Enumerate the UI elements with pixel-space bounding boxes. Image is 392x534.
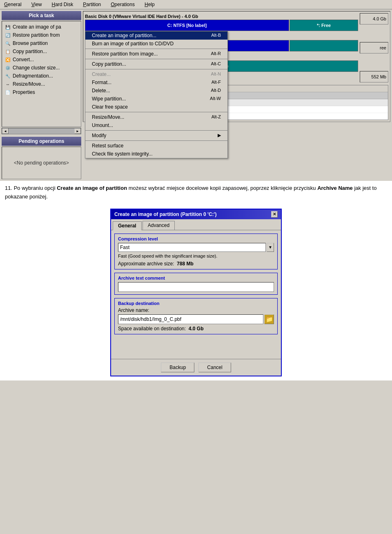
compression-dropdown-btn[interactable]: ▼ — [267, 243, 274, 252]
compression-group: Compression level ▼ Fast (Good speed wit… — [114, 234, 278, 269]
dialog-title: Create an image of partition (Partition … — [114, 211, 216, 217]
scroll-right-btn[interactable]: ► — [74, 128, 81, 134]
dropdown-umount-label: Umount... — [92, 122, 113, 128]
dialog-title-bar: Create an image of partition (Partition … — [111, 209, 281, 219]
backup-button[interactable]: Backup — [161, 363, 194, 372]
disk0-area: Basic Disk 0 (VMware Virtual IDE Hard Dr… — [83, 11, 390, 122]
comment-group: Archive text comment — [114, 273, 278, 295]
dropdown-clear-free-label: Clear free space — [92, 104, 128, 110]
dropdown-restore-label: Restore partition from image... — [92, 51, 158, 57]
right-panel: Basic Disk 0 (VMware Virtual IDE Hard Dr… — [83, 11, 390, 179]
dropdown-wipe[interactable]: Wipe partition... Alt-W — [85, 95, 227, 103]
menu-general[interactable]: General — [2, 1, 24, 8]
dropdown-check-fs[interactable]: Check file system integrity... — [85, 150, 227, 158]
restore-icon: 🔄 — [4, 32, 11, 38]
compression-legend: Compression level — [116, 236, 274, 241]
task-browse-label: Browse partition — [13, 40, 48, 46]
operations-dropdown: Create an image of partition... Alt-B Bu… — [85, 31, 228, 158]
scroll-left-btn[interactable]: ◄ — [2, 128, 9, 134]
dropdown-burn-image[interactable]: Burn an image of partition to CD/DVD — [85, 40, 227, 48]
dropdown-wipe-label: Wipe partition... — [92, 96, 126, 102]
menu-partition[interactable]: Partition — [80, 1, 103, 8]
properties-icon: 📄 — [4, 89, 11, 96]
dropdown-create-shortcut: Alt-N — [211, 71, 221, 77]
pending-area: <No pending operations> — [2, 147, 81, 179]
dialog-content: Compression level ▼ Fast (Good speed wit… — [111, 230, 281, 357]
task-defrag-label: Defragmentation... — [13, 73, 53, 79]
pending-header: Pending operations — [2, 137, 81, 146]
create-image-icon: 💾 — [4, 24, 11, 30]
task-copy[interactable]: 📋 Copy partition... — [4, 47, 79, 56]
dialog-spacer — [114, 338, 278, 354]
defrag-icon: 🔧 — [4, 73, 11, 79]
task-convert[interactable]: 🔀 Convert... — [4, 56, 79, 64]
pick-task-header: Pick a task — [2, 11, 81, 20]
dropdown-delete[interactable]: Delete... Alt-D — [85, 87, 227, 95]
archive-size-label: Approximate archive size: — [118, 261, 174, 267]
comment-input[interactable] — [118, 282, 274, 292]
task-create-image[interactable]: 💾 Create an image of pa — [4, 23, 79, 31]
menu-operations[interactable]: Operations — [108, 1, 137, 8]
dropdown-wipe-shortcut: Alt-W — [210, 96, 221, 102]
sep4 — [85, 112, 227, 112]
paragraph-text1: 11. Po wybraniu opcji — [5, 185, 57, 191]
disk0-part-c[interactable]: C: NTFS [No label] — [85, 20, 289, 31]
disk0-part-free[interactable]: *: Free — [290, 20, 358, 31]
menu-help[interactable]: Help — [142, 1, 157, 8]
task-resize[interactable]: ↔️ Resize/Move... — [4, 80, 79, 88]
task-browse[interactable]: 🔍 Browse partition — [4, 39, 79, 47]
dropdown-restore-shortcut: Alt-R — [211, 51, 221, 57]
dropdown-modify[interactable]: Modify ▶ — [85, 131, 227, 140]
archive-name-row: 📁 — [118, 314, 274, 324]
left-panel: Pick a task 💾 Create an image of pa 🔄 Re… — [2, 11, 81, 179]
dropdown-retest-label: Retest surface — [92, 143, 123, 149]
dropdown-umount[interactable]: Umount... — [85, 121, 227, 129]
disk2-size-label: 552 Mb — [360, 71, 388, 82]
task-restore-label: Restore partition from — [13, 32, 60, 38]
menu-view[interactable]: View — [29, 1, 45, 8]
dropdown-format-shortcut: Alt-F — [212, 80, 221, 85]
dropdown-format[interactable]: Format... Alt-F — [85, 78, 227, 87]
comment-legend: Archive text comment — [116, 276, 274, 280]
sep3 — [85, 69, 227, 69]
archive-browse-btn[interactable]: 📁 — [264, 314, 274, 324]
dropdown-copy[interactable]: Copy partition... Alt-C — [85, 60, 227, 68]
task-scrollbar[interactable]: ◄ ► — [2, 128, 81, 134]
dropdown-retest[interactable]: Retest surface — [85, 142, 227, 150]
dropdown-resize[interactable]: Resize/Move... Alt-Z — [85, 113, 227, 121]
dialog-buttons: Backup Cancel — [111, 359, 281, 376]
space-label: Space available on destination: — [118, 326, 186, 332]
task-properties[interactable]: 📄 Properties — [4, 88, 79, 96]
backup-dest-group: Backup destination Archive name: 📁 Space… — [114, 298, 278, 334]
dropdown-modify-arrow: ▶ — [218, 133, 221, 138]
cancel-button[interactable]: Cancel — [198, 363, 231, 372]
dropdown-create-image[interactable]: Create an image of partition... Alt-B — [85, 31, 227, 40]
copy-icon: 📋 — [4, 48, 11, 55]
archive-size-row: Approximate archive size: 788 Mb — [118, 261, 274, 267]
menu-hard-disk[interactable]: Hard Disk — [49, 1, 76, 8]
disk0-partitions: C: NTFS [No label] *: Free Create an ima… — [85, 20, 358, 31]
archive-name-input[interactable] — [118, 314, 263, 324]
right-info-labels: 4.0 Gb ree 552 Mb — [360, 13, 388, 82]
pending-empty-text: <No pending operations> — [14, 160, 69, 166]
dropdown-delete-label: Delete... — [92, 88, 110, 93]
tab-general[interactable]: General — [113, 221, 142, 230]
task-cluster[interactable]: ⚙️ Change cluster size... — [4, 64, 79, 72]
compression-description: Fast (Good speed with the significant im… — [118, 254, 274, 258]
sep2 — [85, 59, 227, 59]
task-copy-label: Copy partition... — [13, 49, 47, 54]
task-convert-label: Convert... — [13, 57, 34, 62]
compression-input[interactable] — [118, 243, 266, 252]
dropdown-restore[interactable]: Restore partition from image... Alt-R — [85, 50, 227, 58]
task-restore[interactable]: 🔄 Restore partition from — [4, 31, 79, 39]
dropdown-resize-shortcut: Alt-Z — [212, 114, 221, 120]
task-create-image-label: Create an image of pa — [13, 24, 61, 30]
dropdown-format-label: Format... — [92, 80, 111, 85]
dialog-close-button[interactable]: ✕ — [271, 211, 278, 218]
disk1-part-free[interactable] — [290, 40, 358, 51]
tab-advanced[interactable]: Advanced — [143, 221, 175, 230]
dialog-tabs: General Advanced — [111, 219, 281, 230]
dropdown-clear-free[interactable]: Clear free space — [85, 103, 227, 111]
task-defrag[interactable]: 🔧 Defragmentation... — [4, 72, 79, 80]
disk0-label: Basic Disk 0 (VMware Virtual IDE Hard Dr… — [85, 13, 358, 20]
